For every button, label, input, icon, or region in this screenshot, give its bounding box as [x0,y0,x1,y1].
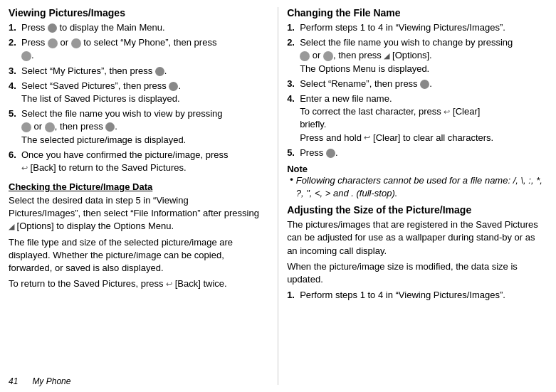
note-text: Following characters cannot be used for … [296,174,547,200]
change-item-3: 3. Select “Rename”, then press . [287,78,547,90]
adjusting-para1: The pictures/images that are registered … [287,218,547,258]
item-5-num: 5. [9,107,21,120]
page-container: Viewing Pictures/Images 1. Press to disp… [0,0,556,392]
back-icon-6: ↩ [21,163,28,174]
options-icon-r2: ◢ [384,51,389,61]
checking-para2: The file type and size of the selected p… [9,236,261,275]
checking-para1: Select the desired data in step 5 in “Vi… [9,194,261,233]
change-item-1: 1. Perform steps 1 to 4 in “Viewing Pict… [287,21,547,34]
page-footer: 41 My Phone [9,376,70,386]
nav-center-icon [21,51,31,61]
item-3-num: 3. [9,65,21,78]
section-viewing-title: Viewing Pictures/Images [9,7,261,18]
clear-icon-r4b: ↩ [364,132,370,143]
back-icon-check: ↩ [166,279,172,290]
list-item-3: 3. Select “My Pictures”, then press . [9,65,261,78]
item-1-content: Press to display the Main Menu. [21,21,261,34]
changing-list: 1. Perform steps 1 to 4 in “Viewing Pict… [287,21,547,159]
note-bullet: • Following characters cannot be used fo… [290,174,547,200]
item-2-content: Press or to select “My Phone”, then pres… [21,36,261,62]
item-4-content: Select “Saved Pictures”, then press . Th… [21,80,261,105]
nav-down-icon-r2 [323,51,333,61]
select-icon-3 [155,67,164,76]
list-item-4: 4. Select “Saved Pictures”, then press .… [9,80,261,105]
page-number: 41 [9,376,18,386]
change-2-num: 2. [287,36,300,49]
change-2-content: Select the file name you wish to change … [300,36,547,75]
select-icon-r3 [420,80,429,89]
change-3-content: Select “Rename”, then press . [300,78,547,90]
list-item-2: 2. Press or to select “My Phone”, then p… [9,36,261,62]
change-1-content: Perform steps 1 to 4 in “Viewing Picture… [300,21,547,34]
select-icon-4 [169,82,178,91]
change-5-num: 5. [287,147,300,159]
nav-up-icon [48,38,58,48]
item-6-num: 6. [9,149,21,161]
adjust-1-content: Perform steps 1 to 4 in “Viewing Picture… [300,289,547,302]
section-changing: Changing the File Name 1. Perform steps … [287,7,547,200]
section-checking: Checking the Picture/Image Data Select t… [9,181,261,290]
options-icon-check: ◢ [9,221,14,232]
item-6-content: Once you have confirmed the picture/imag… [21,149,261,174]
change-item-4: 4. Enter a new file name. To correct the… [287,92,547,144]
change-item-5: 5. Press . [287,147,547,159]
change-item-2: 2. Select the file name you wish to chan… [287,36,547,75]
note-section: Note • Following characters cannot be us… [287,164,547,200]
adjusting-para2: When the picture/image size is modified,… [287,260,547,286]
list-item-5: 5. Select the file name you wish to view… [9,107,261,147]
footer-label: My Phone [32,376,70,386]
change-3-num: 3. [287,78,300,90]
item-2-num: 2. [9,36,21,49]
section-changing-title: Changing the File Name [287,7,547,18]
change-5-content: Press . [300,147,547,159]
adjust-item-1: 1. Perform steps 1 to 4 in “Viewing Pict… [287,289,547,302]
change-4-num: 4. [287,92,300,105]
right-column: Changing the File Name 1. Perform steps … [284,7,547,385]
list-item-6: 6. Once you have confirmed the picture/i… [9,149,261,174]
nav-down-icon [71,38,81,48]
left-column: Viewing Pictures/Images 1. Press to disp… [9,7,272,385]
section-checking-title: Checking the Picture/Image Data [9,181,261,192]
adjusting-list: 1. Perform steps 1 to 4 in “Viewing Pict… [287,289,547,302]
nav-up-icon-r2 [300,51,310,61]
item-5-content: Select the file name you wish to view by… [21,107,261,147]
change-4-content: Enter a new file name. To correct the la… [300,92,547,144]
item-3-content: Select “My Pictures”, then press . [21,65,261,78]
item-4-num: 4. [9,80,21,92]
section-adjusting: Adjusting the Size of the Picture/Image … [287,204,547,302]
note-dot: • [290,174,293,185]
list-item-1: 1. Press to display the Main Menu. [9,21,261,34]
clear-icon-r4a: ↩ [444,107,450,117]
menu-icon-1 [48,23,57,33]
select-icon-5 [105,122,115,132]
nav-down-icon-5 [45,122,55,132]
section-viewing: Viewing Pictures/Images 1. Press to disp… [9,7,261,174]
select-icon-r5 [326,149,335,158]
checking-para3: To return to the Saved Pictures, press ↩… [9,277,261,290]
adjust-1-num: 1. [287,289,300,302]
column-divider [278,7,278,385]
nav-up-icon-5 [21,122,31,132]
item-1-num: 1. [9,21,21,34]
change-1-num: 1. [287,21,300,34]
viewing-list: 1. Press to display the Main Menu. 2. Pr… [9,21,261,174]
section-adjusting-title: Adjusting the Size of the Picture/Image [287,204,547,216]
note-title: Note [287,164,547,174]
